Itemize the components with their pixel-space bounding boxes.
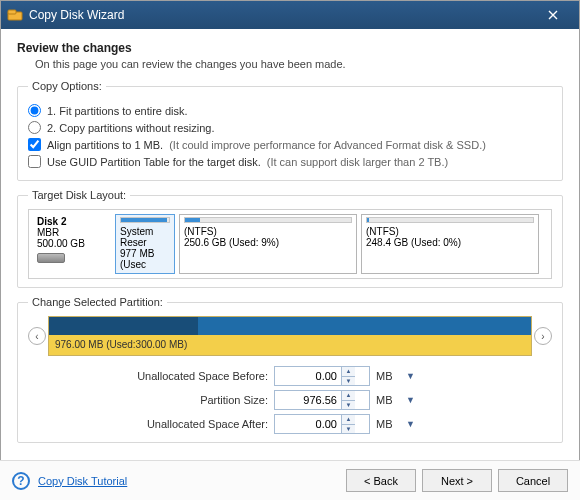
fit-partitions-radio[interactable] (28, 104, 41, 117)
next-partition-button[interactable]: › (534, 327, 552, 345)
cancel-button[interactable]: Cancel (498, 469, 568, 492)
partition-size-label: Partition Size: (88, 394, 268, 406)
change-partition-group: Change Selected Partition: ‹ 976.00 MB (… (17, 296, 563, 443)
disk-info: Disk 2 MBR 500.00 GB (33, 214, 111, 274)
space-after-input-wrap: ▲▼ (274, 414, 370, 434)
unit-dropdown[interactable]: ▼ (406, 395, 442, 405)
back-button[interactable]: < Back (346, 469, 416, 492)
chevron-right-icon: › (541, 331, 544, 342)
fit-partitions-label: 1. Fit partitions to entire disk. (47, 105, 188, 117)
selected-partition-bar[interactable]: 976.00 MB (Used:300.00 MB) (48, 316, 532, 356)
space-before-input-wrap: ▲▼ (274, 366, 370, 386)
spin-down-icon[interactable]: ▼ (342, 425, 355, 434)
spin-down-icon[interactable]: ▼ (342, 401, 355, 410)
partition-title: System Reser (120, 226, 170, 248)
disk-type: MBR (37, 227, 107, 238)
unit-label: MB (376, 418, 400, 430)
close-icon (548, 10, 558, 20)
unit-dropdown[interactable]: ▼ (406, 371, 442, 381)
unit-label: MB (376, 370, 400, 382)
disk-layout-row: Disk 2 MBR 500.00 GB System Reser 977 MB… (28, 209, 552, 279)
prev-partition-button[interactable]: ‹ (28, 327, 46, 345)
review-subtext: On this page you can review the changes … (35, 58, 563, 70)
no-resize-option[interactable]: 2. Copy partitions without resizing. (28, 121, 552, 134)
partition-system-reserved[interactable]: System Reser 977 MB (Usec (115, 214, 175, 274)
copy-options-legend: Copy Options: (28, 80, 106, 92)
partition-size-input-wrap: ▲▼ (274, 390, 370, 410)
partition-size-input[interactable] (275, 391, 341, 409)
partition-title: (NTFS) (184, 226, 352, 237)
review-heading: Review the changes (17, 41, 563, 55)
help-icon[interactable]: ? (12, 472, 30, 490)
guid-label: Use GUID Partition Table for the target … (47, 156, 261, 168)
unit-dropdown[interactable]: ▼ (406, 419, 442, 429)
spin-down-icon[interactable]: ▼ (342, 377, 355, 386)
spin-up-icon[interactable]: ▲ (342, 415, 355, 425)
space-before-input[interactable] (275, 367, 341, 385)
app-icon (7, 7, 23, 23)
target-disk-layout-legend: Target Disk Layout: (28, 189, 130, 201)
space-after-input[interactable] (275, 415, 341, 433)
align-option[interactable]: Align partitions to 1 MB. (It could impr… (28, 138, 552, 151)
partition-usage: 250.6 GB (Used: 9%) (184, 237, 352, 248)
no-resize-radio[interactable] (28, 121, 41, 134)
disk-icon (37, 253, 65, 263)
space-before-label: Unallocated Space Before: (88, 370, 268, 382)
tutorial-link[interactable]: Copy Disk Tutorial (38, 475, 127, 487)
partition-title: (NTFS) (366, 226, 534, 237)
partition-usage: 977 MB (Usec (120, 248, 170, 270)
no-resize-label: 2. Copy partitions without resizing. (47, 122, 215, 134)
disk-size: 500.00 GB (37, 238, 107, 249)
guid-checkbox[interactable] (28, 155, 41, 168)
window-title: Copy Disk Wizard (29, 8, 533, 22)
footer: ? Copy Disk Tutorial < Back Next > Cance… (0, 460, 580, 500)
selected-partition-label: 976.00 MB (Used:300.00 MB) (49, 335, 531, 354)
fit-partitions-option[interactable]: 1. Fit partitions to entire disk. (28, 104, 552, 117)
partition-usage: 248.4 GB (Used: 0%) (366, 237, 534, 248)
next-button[interactable]: Next > (422, 469, 492, 492)
disk-name: Disk 2 (37, 216, 107, 227)
partition-ntfs-1[interactable]: (NTFS) 250.6 GB (Used: 9%) (179, 214, 357, 274)
title-bar: Copy Disk Wizard (1, 1, 579, 29)
chevron-down-icon: ▼ (406, 371, 415, 381)
guid-hint: (It can support disk larger than 2 TB.) (267, 156, 448, 168)
chevron-down-icon: ▼ (406, 395, 415, 405)
close-button[interactable] (533, 5, 573, 25)
chevron-down-icon: ▼ (406, 419, 415, 429)
align-hint: (It could improve performance for Advanc… (169, 139, 486, 151)
change-partition-legend: Change Selected Partition: (28, 296, 167, 308)
align-label: Align partitions to 1 MB. (47, 139, 163, 151)
guid-option[interactable]: Use GUID Partition Table for the target … (28, 155, 552, 168)
target-disk-layout-group: Target Disk Layout: Disk 2 MBR 500.00 GB… (17, 189, 563, 288)
copy-options-group: Copy Options: 1. Fit partitions to entir… (17, 80, 563, 181)
align-checkbox[interactable] (28, 138, 41, 151)
chevron-left-icon: ‹ (35, 331, 38, 342)
space-after-label: Unallocated Space After: (88, 418, 268, 430)
partition-ntfs-2[interactable]: (NTFS) 248.4 GB (Used: 0%) (361, 214, 539, 274)
unit-label: MB (376, 394, 400, 406)
spin-up-icon[interactable]: ▲ (342, 367, 355, 377)
svg-rect-1 (8, 10, 16, 14)
spin-up-icon[interactable]: ▲ (342, 391, 355, 401)
